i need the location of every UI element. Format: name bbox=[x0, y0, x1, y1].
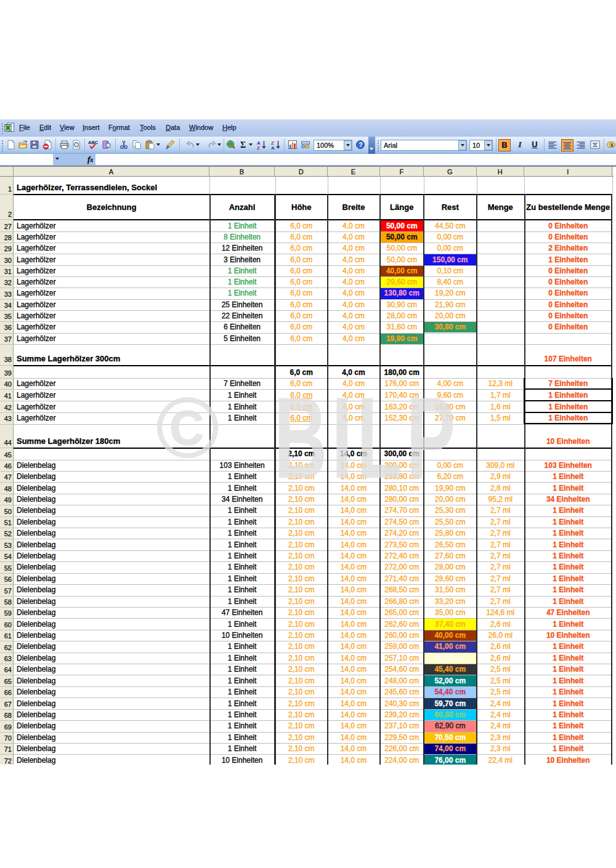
svg-text:Σ: Σ bbox=[240, 140, 246, 150]
svg-text:A: A bbox=[271, 145, 275, 150]
svg-text:Z: Z bbox=[257, 145, 260, 150]
svg-text:ABC: ABC bbox=[88, 140, 98, 145]
svg-text:?: ? bbox=[359, 142, 362, 148]
svg-text:$: $ bbox=[610, 142, 614, 148]
